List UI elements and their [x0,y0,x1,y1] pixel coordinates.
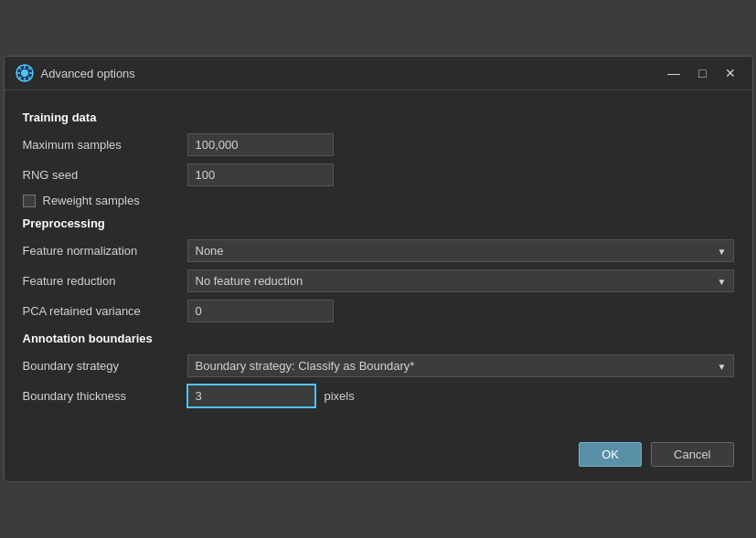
boundary-strategy-select[interactable]: Boundary strategy: Classify as Boundary*… [187,354,734,377]
rng-seed-input[interactable] [187,164,334,186]
rng-seed-row: RNG seed [23,164,734,186]
window-title: Advanced options [41,67,135,80]
reweight-label: Reweight samples [43,194,140,207]
boundary-thickness-input[interactable] [187,385,315,407]
max-samples-input[interactable] [187,133,334,156]
feature-normalization-label: Feature normalization [23,244,187,258]
reweight-row: Reweight samples [23,194,734,207]
ok-button[interactable]: OK [579,442,642,467]
svg-point-1 [21,69,28,77]
close-button[interactable]: ✕ [719,65,741,81]
dialog-footer: OK Cancel [5,431,752,481]
boundary-strategy-row: Boundary strategy Boundary strategy: Cla… [23,354,734,377]
boundary-strategy-label: Boundary strategy [23,359,187,373]
title-bar-left: Advanced options [16,64,135,82]
dialog-content: Training data Maximum samples RNG seed R… [5,90,752,431]
feature-reduction-label: Feature reduction [23,274,187,288]
pca-variance-row: PCA retained variance [23,300,734,322]
max-samples-label: Maximum samples [23,138,187,152]
title-bar: Advanced options — □ ✕ [5,57,752,90]
boundary-strategy-select-wrap: Boundary strategy: Classify as Boundary*… [187,354,734,377]
feature-reduction-select-wrap: No feature reduction PCA ▼ [187,269,734,292]
preprocessing-section: Preprocessing Feature normalization None… [23,216,734,322]
feature-reduction-select[interactable]: No feature reduction PCA [187,269,734,292]
feature-normalization-select[interactable]: None Normalize Standardize [187,239,734,262]
training-data-section: Training data Maximum samples RNG seed R… [23,111,734,207]
feature-normalization-row: Feature normalization None Normalize Sta… [23,239,734,262]
preprocessing-title: Preprocessing [23,216,734,230]
pca-label: PCA retained variance [23,304,187,318]
annotation-boundaries-section: Annotation boundaries Boundary strategy … [23,332,734,407]
minimize-button[interactable]: — [662,65,686,81]
feature-reduction-row: Feature reduction No feature reduction P… [23,269,734,292]
reweight-checkbox[interactable] [23,195,36,207]
window-controls: — □ ✕ [662,65,740,81]
feature-normalization-select-wrap: None Normalize Standardize ▼ [187,239,734,262]
training-data-title: Training data [23,111,734,124]
pca-input[interactable] [187,300,334,322]
pixels-label: pixels [325,389,355,403]
advanced-options-dialog: Advanced options — □ ✕ Training data Max… [4,56,753,482]
annotation-boundaries-title: Annotation boundaries [23,332,734,345]
boundary-thickness-row: Boundary thickness pixels [23,385,734,407]
app-icon [16,64,34,82]
rng-seed-label: RNG seed [23,168,187,182]
boundary-thickness-label: Boundary thickness [23,389,187,403]
maximize-button[interactable]: □ [693,65,711,81]
cancel-button[interactable]: Cancel [651,442,733,467]
max-samples-row: Maximum samples [23,133,734,156]
